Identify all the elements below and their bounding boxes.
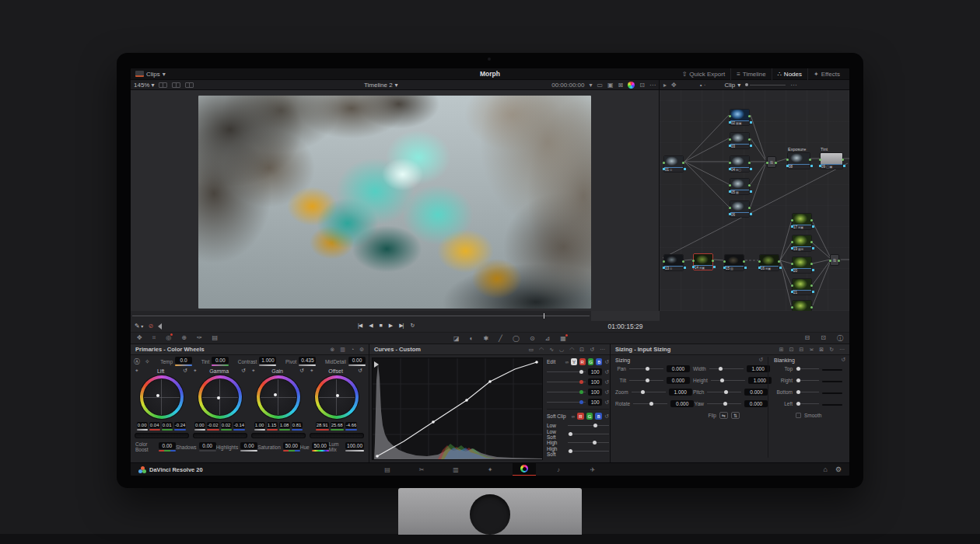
curve-lum-vs-sat-icon[interactable]: ◠ [569, 347, 574, 353]
reset-icon[interactable]: ↺ [604, 369, 609, 375]
hand-tool-icon[interactable]: ✥ [671, 82, 677, 89]
reset-icon[interactable]: ↺ [242, 368, 246, 374]
shadows-field[interactable]: 0.00 [199, 442, 216, 452]
corrector-node[interactable]: 22 [792, 300, 812, 311]
flip-vertical-button[interactable]: ⇅ [731, 412, 740, 419]
tilt-value[interactable]: 0.000 [667, 377, 690, 384]
blanking-left-slider[interactable] [796, 403, 819, 404]
high-soft-slider[interactable] [568, 451, 609, 452]
play-button[interactable]: ▶ [389, 323, 392, 329]
page-edit[interactable]: ▥ [444, 463, 467, 476]
rotate-slider[interactable] [633, 403, 667, 404]
palette-auto-icon[interactable]: ◔ [351, 347, 354, 353]
tint-field[interactable]: 0.00 [212, 357, 229, 366]
channel-b-button[interactable]: B [596, 358, 602, 365]
layer-mixer-node[interactable]: ≋ [830, 254, 839, 266]
palette-memory-icon[interactable]: ⊚ [359, 347, 364, 353]
filmstrip-icon[interactable]: ▤ [212, 334, 219, 342]
offset-color-wheel[interactable] [315, 375, 359, 419]
lift-master-slider[interactable] [135, 433, 189, 438]
softclip-b-button[interactable]: B [595, 413, 602, 420]
hand-grab-icon[interactable]: ✥ [137, 334, 142, 342]
reset-icon[interactable]: ↺ [359, 368, 362, 374]
corrector-node[interactable]: 02▦▣ [730, 109, 750, 126]
corrector-node[interactable]: 06 [730, 201, 750, 218]
contrast-field[interactable]: 1.000 [259, 357, 276, 366]
expand-panel-icon[interactable]: ⊡ [579, 347, 584, 353]
node-sizing-icon[interactable]: ⊟ [800, 347, 804, 353]
viewer-image[interactable] [198, 96, 591, 309]
hue-field[interactable]: 50.00 [312, 442, 329, 452]
middetail-field[interactable]: 0.00 [348, 357, 366, 366]
reset-icon[interactable]: ↺ [604, 359, 609, 365]
pointer-tool-icon[interactable]: ▸ [663, 82, 667, 89]
page-deliver[interactable]: ✈ [581, 463, 604, 476]
temp-field[interactable]: 0.0 [175, 357, 192, 366]
node-pager-dots[interactable]: • · [700, 82, 706, 89]
blanking-top-value[interactable] [822, 365, 842, 372]
freeze-icon[interactable]: ✱ [483, 335, 488, 342]
input-sizing-icon[interactable]: ⊞ [779, 347, 784, 353]
gamma-color-wheel[interactable] [198, 375, 242, 419]
yaw-value[interactable]: 0.000 [744, 400, 768, 407]
offset-master-slider[interactable] [310, 433, 364, 438]
corrector-node[interactable]: 21 [792, 278, 812, 295]
page-media[interactable]: ▤ [376, 463, 399, 476]
page-fairlight[interactable]: ♪ [547, 463, 570, 476]
viewer-timecode[interactable]: 00:00:00:00 [551, 82, 584, 89]
blanking-right-slider[interactable] [796, 380, 819, 381]
palette-layout-icon[interactable]: ▥ [340, 347, 345, 353]
expand-viewer-icon[interactable]: ⊡ [639, 82, 645, 89]
pitch-slider[interactable] [707, 392, 741, 392]
curve-hue-vs-sat-icon[interactable]: ∿ [549, 347, 554, 353]
still-store-icon[interactable]: ▭ [597, 82, 603, 89]
auto-balance-icon[interactable]: Ⓐ [134, 357, 140, 366]
node-zoom-slider[interactable] [745, 83, 786, 86]
enhanced-viewer-toggle-icon[interactable] [185, 82, 194, 88]
curve-hue-vs-lum-icon[interactable]: ◡ [559, 347, 564, 353]
corrector-node[interactable]: 13⊙ [663, 254, 684, 271]
palette-bypass-icon[interactable]: ⊗ [330, 347, 334, 353]
outline-icon[interactable]: ◯ [513, 335, 520, 342]
channel-r-button[interactable]: R [579, 358, 586, 365]
corrector-node[interactable]: 20 [792, 256, 812, 274]
viewer-scrub-bar[interactable] [131, 311, 849, 321]
reset-icon[interactable]: ↺ [758, 357, 763, 363]
magnify-icon[interactable]: ⊕ [181, 334, 187, 342]
output-sizing-icon[interactable]: ⊡ [789, 347, 794, 353]
stills-icon[interactable]: ▦ [560, 335, 566, 342]
brush-icon[interactable]: ✑ [197, 334, 202, 342]
gain-color-wheel[interactable] [257, 375, 300, 419]
corrector-node[interactable]: 05▦ [730, 178, 750, 195]
pivot-field[interactable]: 0.435 [299, 357, 316, 366]
reset-icon[interactable]: ↺ [184, 368, 187, 374]
exposure-node[interactable]: Exposure 08 [787, 152, 810, 169]
more-options-icon[interactable]: ⋯ [839, 347, 845, 353]
split-viewer-toggle-icon[interactable] [172, 82, 180, 88]
zoom-slider[interactable] [632, 392, 666, 392]
curve-editor[interactable] [372, 357, 543, 460]
zoom-value[interactable]: 1.000 [669, 389, 692, 396]
scrub-track[interactable] [132, 316, 590, 316]
project-manager-icon[interactable]: ⌂ [823, 466, 827, 473]
reset-icon[interactable]: ↺ [300, 368, 304, 374]
flip-horizontal-button[interactable]: ⇆ [719, 412, 728, 419]
picker-icon[interactable]: ╱ [499, 335, 502, 342]
page-cut[interactable]: ✂ [410, 463, 433, 476]
chevron-down-icon[interactable]: ▾ [163, 71, 166, 78]
gamma-master-slider[interactable] [193, 433, 247, 438]
reset-icon[interactable]: ↺ [604, 379, 609, 385]
reset-icon[interactable]: ↺ [604, 399, 609, 406]
audio-mute-icon[interactable] [158, 323, 162, 330]
nodes-button[interactable]: ∴ Nodes [772, 68, 807, 80]
node-view-select[interactable]: Clip▾ [724, 82, 740, 89]
effects-button[interactable]: ✦ Effects [807, 68, 845, 80]
corrector-node[interactable]: 01⊙ [663, 155, 684, 173]
blanking-bottom-slider[interactable] [796, 392, 819, 392]
node-more-options-icon[interactable]: ⋯ [790, 82, 796, 89]
channel-y-button[interactable]: Y [571, 358, 577, 365]
reset-icon[interactable]: ↺ [604, 413, 609, 420]
pitch-value[interactable]: 0.000 [744, 389, 768, 396]
corrector-node[interactable]: 15▨ [724, 254, 744, 271]
magic-wand-icon[interactable]: ✧ [145, 358, 150, 365]
